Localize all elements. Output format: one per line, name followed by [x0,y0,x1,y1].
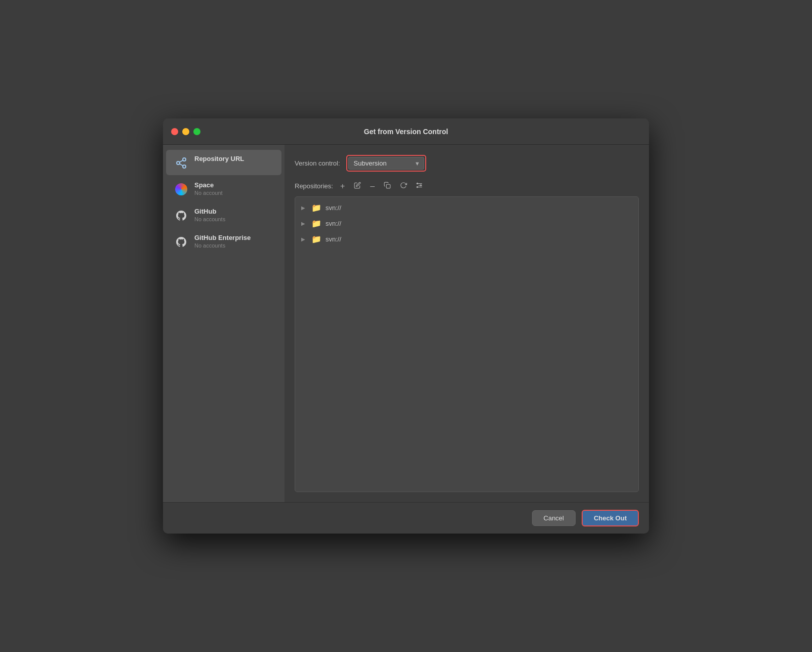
close-button[interactable] [171,128,178,135]
svg-line-4 [180,160,183,162]
repo-list: ▶ 📁 svn:// ▶ 📁 svn:// ▶ 📁 svn:// [295,197,638,250]
github-enterprise-icon [174,235,188,249]
folder-icon-1: 📁 [311,219,321,228]
version-control-row: Version control: Subversion Git ▼ [295,155,639,172]
main-content: Version control: Subversion Git ▼ Reposi… [285,145,649,502]
dialog-title: Get from Version Control [364,128,448,136]
version-control-label: Version control: [295,159,340,167]
dialog-footer: Cancel Check Out [163,502,649,534]
version-control-select[interactable]: Subversion Git [348,157,424,170]
sidebar-item-title-github-enterprise: GitHub Enterprise [194,234,251,241]
sidebar-item-subtitle-github: No accounts [194,216,225,222]
chevron-right-icon-1: ▶ [301,221,307,226]
copy-repository-button[interactable] [382,181,393,191]
remove-repository-button[interactable]: – [368,181,377,191]
sidebar-item-space[interactable]: Space No account [166,176,281,201]
repo-url-1: svn:// [326,220,341,227]
repo-url-0: svn:// [326,204,341,212]
sidebar-item-subtitle-space: No account [194,190,223,196]
cancel-button[interactable]: Cancel [532,510,576,526]
version-control-select-wrapper: Subversion Git ▼ [346,155,426,172]
checkout-button[interactable]: Check Out [582,510,639,526]
chevron-right-icon-0: ▶ [301,205,307,211]
maximize-button[interactable] [193,128,200,135]
sidebar-item-title-space: Space [194,181,223,189]
folder-icon-2: 📁 [311,234,321,244]
window-controls [171,128,200,135]
repo-item-0[interactable]: ▶ 📁 svn:// [295,200,638,216]
folder-icon-0: 📁 [311,203,321,213]
dialog: Get from Version Control Repository URL [163,118,649,534]
refresh-button[interactable] [398,181,409,191]
sidebar-item-text-github-enterprise: GitHub Enterprise No accounts [194,234,251,249]
svg-point-11 [417,186,418,187]
sidebar-item-text-github: GitHub No accounts [194,208,225,222]
repo-list-container: ▶ 📁 svn:// ▶ 📁 svn:// ▶ 📁 svn:// [295,196,639,492]
svg-rect-5 [386,184,390,188]
sidebar: Repository URL Space No account [163,145,285,502]
repo-url-2: svn:// [326,235,341,243]
svg-point-9 [417,183,418,184]
space-icon [174,182,188,196]
sidebar-item-text-repository-url: Repository URL [194,155,244,162]
edit-repository-button[interactable] [352,181,363,191]
repositories-label: Repositories: [295,182,333,190]
svg-point-10 [420,185,421,186]
sidebar-item-title-github: GitHub [194,208,225,215]
github-icon [174,209,188,223]
add-repository-button[interactable]: + [338,181,347,191]
repository-url-icon [174,156,188,170]
chevron-right-icon-2: ▶ [301,236,307,242]
dialog-body: Repository URL Space No account [163,145,649,502]
settings-button[interactable] [414,181,425,191]
sidebar-item-title-repository-url: Repository URL [194,155,244,162]
version-control-select-container: Subversion Git ▼ [348,157,424,170]
repositories-row: Repositories: + – [295,181,639,191]
repo-item-2[interactable]: ▶ 📁 svn:// [295,231,638,247]
title-bar: Get from Version Control [163,118,649,145]
sidebar-item-subtitle-github-enterprise: No accounts [194,242,251,249]
sidebar-item-github-enterprise[interactable]: GitHub Enterprise No accounts [166,229,281,254]
minimize-button[interactable] [182,128,189,135]
sidebar-item-github[interactable]: GitHub No accounts [166,202,281,228]
sidebar-item-text-space: Space No account [194,181,223,196]
svg-line-3 [180,164,183,166]
sidebar-item-repository-url[interactable]: Repository URL [166,150,281,175]
repo-item-1[interactable]: ▶ 📁 svn:// [295,216,638,231]
